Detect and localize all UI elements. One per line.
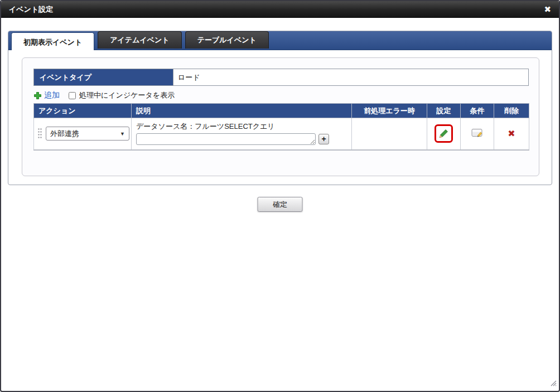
drag-handle[interactable] xyxy=(37,128,42,139)
close-icon[interactable]: ✖ xyxy=(544,5,551,13)
indicator-checkbox[interactable] xyxy=(69,92,76,99)
expand-plus-button[interactable]: + xyxy=(318,134,329,144)
plus-icon xyxy=(33,91,42,100)
select-caret-icon: ▼ xyxy=(120,131,125,137)
event-type-label: イベントタイプ xyxy=(34,69,173,85)
resize-grip-icon xyxy=(549,379,557,386)
col-header-condition: 条件 xyxy=(461,104,494,118)
tab-container: 初期表示イベント アイテムイベント テーブルイベント イベントタイプ ロード 追… xyxy=(8,31,552,185)
delete-button[interactable]: ✖ xyxy=(508,129,515,138)
action-cell: 外部連携 ▼ xyxy=(34,127,131,141)
event-type-row: イベントタイプ ロード xyxy=(33,69,529,86)
dialog-title: イベント設定 xyxy=(9,4,53,14)
drag-dots-icon xyxy=(37,128,42,139)
resize-handle[interactable] xyxy=(549,379,557,389)
description-text: データソース名：フルーツSELECTクエリ xyxy=(136,122,347,132)
settings-highlight-box xyxy=(435,124,453,143)
add-row: 追加 処理中にインジケータを表示 xyxy=(33,90,175,100)
col-header-action: アクション xyxy=(34,104,132,118)
action-type-select[interactable]: 外部連携 ▼ xyxy=(46,127,129,141)
col-header-description: 説明 xyxy=(132,104,352,118)
tab-item-event[interactable]: アイテムイベント xyxy=(98,31,181,49)
dialog-titlebar: イベント設定 ✖ xyxy=(1,1,559,18)
pencil-icon xyxy=(438,128,449,139)
settings-button[interactable] xyxy=(438,128,449,139)
tab-table-event[interactable]: テーブルイベント xyxy=(185,31,269,49)
pre-error-cell xyxy=(352,118,427,150)
event-panel: イベントタイプ ロード 追加 処理中にインジケータを表示 xyxy=(22,57,539,176)
description-input[interactable] xyxy=(136,133,316,145)
tab-initial-display-event[interactable]: 初期表示イベント xyxy=(11,32,94,50)
description-cell: データソース名：フルーツSELECTクエリ + xyxy=(132,119,351,149)
actions-table-header-row: アクション 説明 前処理エラー時 設定 条件 削除 xyxy=(34,104,529,118)
event-type-value: ロード xyxy=(173,69,528,85)
condition-button[interactable] xyxy=(471,128,483,138)
note-edit-icon xyxy=(471,128,483,138)
action-type-selected: 外部連携 xyxy=(50,129,79,139)
indicator-checkbox-label: 処理中にインジケータを表示 xyxy=(79,90,175,100)
col-header-delete: 削除 xyxy=(494,104,529,118)
actions-table: アクション 説明 前処理エラー時 設定 条件 削除 xyxy=(33,103,529,151)
confirm-button[interactable]: 確定 xyxy=(258,197,303,212)
event-settings-dialog: イベント設定 ✖ 初期表示イベント アイテムイベント テーブルイベント イベント… xyxy=(0,0,560,392)
col-header-pre-error: 前処理エラー時 xyxy=(352,104,427,118)
col-header-settings: 設定 xyxy=(427,104,461,118)
add-button-label: 追加 xyxy=(44,90,60,100)
add-button[interactable]: 追加 xyxy=(33,90,60,100)
tab-strip: 初期表示イベント アイテムイベント テーブルイベント xyxy=(8,31,552,50)
table-row: 外部連携 ▼ データソース名：フルーツSELECTクエリ + xyxy=(34,118,529,150)
